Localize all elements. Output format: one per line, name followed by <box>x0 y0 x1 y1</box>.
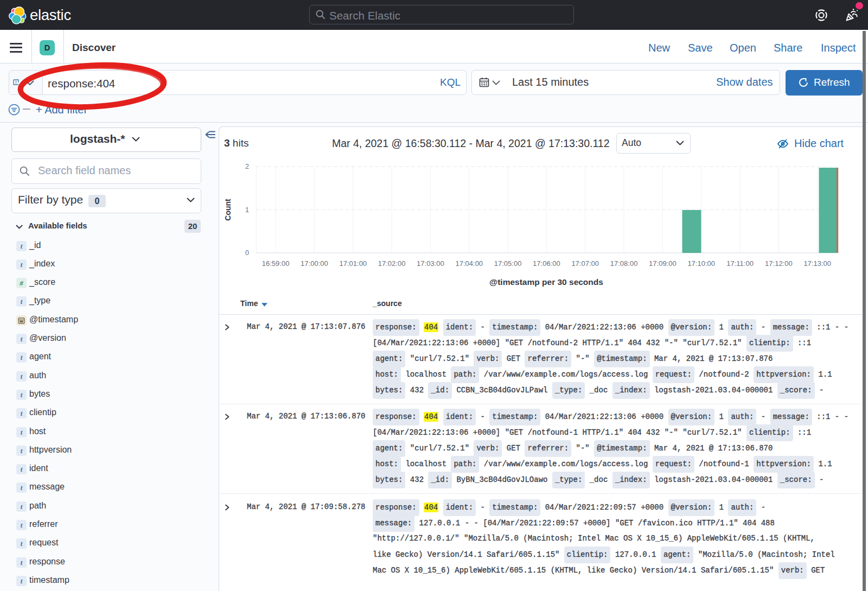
svg-text:17:13:00: 17:13:00 <box>803 259 831 268</box>
svg-text:@timestamp per 30 seconds: @timestamp per 30 seconds <box>489 277 603 287</box>
svg-text:17:02:00: 17:02:00 <box>378 259 406 268</box>
svg-text:17:00:00: 17:00:00 <box>301 259 328 268</box>
svg-text:17:03:00: 17:03:00 <box>417 259 444 268</box>
svg-text:2: 2 <box>245 163 249 170</box>
svg-text:17:07:00: 17:07:00 <box>571 259 599 268</box>
svg-text:1: 1 <box>245 206 249 214</box>
svg-text:17:01:00: 17:01:00 <box>339 259 367 268</box>
svg-text:17:10:00: 17:10:00 <box>687 259 715 268</box>
svg-text:17:04:00: 17:04:00 <box>455 259 483 268</box>
svg-text:17:08:00: 17:08:00 <box>610 259 638 268</box>
svg-text:16:59:00: 16:59:00 <box>262 259 290 268</box>
svg-text:17:11:00: 17:11:00 <box>726 259 754 268</box>
svg-text:0: 0 <box>245 249 249 257</box>
svg-text:17:12:00: 17:12:00 <box>765 259 793 268</box>
svg-text:17:05:00: 17:05:00 <box>494 259 522 268</box>
svg-text:Count: Count <box>224 199 232 221</box>
svg-text:17:09:00: 17:09:00 <box>649 259 676 268</box>
svg-text:17:06:00: 17:06:00 <box>533 259 560 268</box>
